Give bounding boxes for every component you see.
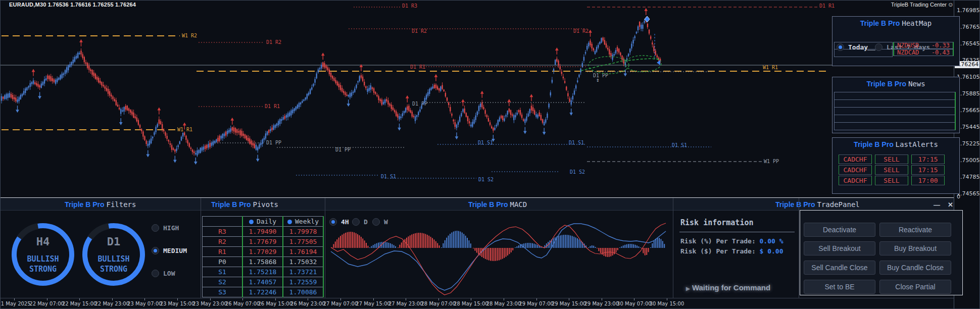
radio-dot-icon[interactable] [837, 43, 844, 51]
time-axis-tick [79, 298, 80, 300]
sell-signal-arrow-icon [119, 122, 123, 125]
pivot-row: R3 1.79490 1.79978 [203, 227, 324, 237]
sell-candle-close-button[interactable]: Sell Candle Close [804, 261, 875, 275]
panel-divider [799, 198, 799, 298]
radio-dot-icon[interactable] [875, 43, 883, 51]
radio-macd-d[interactable]: D [352, 218, 368, 226]
price-chart-canvas[interactable]: W1 R2W1 R1W1 R1D1 R2D1 R1D1 PPD1 PPD1 S1… [0, 0, 954, 197]
radio-medium[interactable]: MEDIUM [152, 247, 187, 254]
risk-title: Risk information [680, 218, 754, 227]
heatmap-row[interactable]: NZDCAD -0.43 [893, 49, 954, 56]
radio-dot-icon[interactable] [152, 224, 159, 232]
pivot-level-name: R1 [203, 247, 243, 257]
heatmap-symbol: NZDUSD [897, 42, 919, 49]
pivot-line-label: D1 R2 [412, 28, 427, 34]
close-partial-button[interactable]: Close Partial [879, 280, 951, 294]
time-axis-label: 22 May 15:00 [62, 301, 97, 306]
price-axis-label: 1.76105 [957, 74, 980, 80]
radio-today[interactable]: Today [837, 43, 868, 51]
radio-macd-4h[interactable]: 4H [329, 218, 349, 226]
pivot-row: R1 1.77029 1.76194 [203, 247, 324, 257]
radio-dot-icon[interactable] [152, 247, 159, 254]
trade-marker-icon[interactable] [645, 16, 650, 22]
sell-signal-arrow-icon [543, 132, 546, 135]
sell-breakout-button[interactable]: Sell Breakout [804, 241, 875, 255]
radio-dot-icon[interactable] [352, 218, 360, 226]
pivot-line-label: W1 PP [764, 159, 779, 164]
set-to-be-button[interactable]: Set to BE [804, 280, 875, 294]
pattern-ellipse [625, 56, 661, 72]
alert-direction: SELL [875, 176, 908, 185]
buy-signal-arrow-icon [157, 108, 161, 111]
alert-direction: SELL [875, 165, 908, 175]
sell-signal-arrow-icon [523, 131, 527, 134]
radio-low[interactable]: LOW [152, 270, 175, 277]
lastalerts-panel: Triple B Pro LastAlerts CADCHFSELL17:15C… [832, 137, 960, 194]
pivot-line-label: D1 S1 [672, 142, 687, 148]
pivot-line-label: D1 R1 [265, 104, 280, 109]
buy-breakout-button[interactable]: Buy Breakout [879, 241, 951, 255]
pivot-line-label: D1 PP [266, 140, 281, 145]
buy-candle-close-button[interactable]: Buy Candle Close [879, 261, 951, 275]
play-arrow-icon: ▶ [686, 286, 690, 291]
trading-terminal: W1 R2W1 R1W1 R1D1 R2D1 R1D1 PPD1 PPD1 S1… [0, 0, 980, 309]
radio-dot-icon[interactable] [152, 270, 159, 277]
macd-title: Triple B Pro MACD [468, 200, 527, 209]
sell-signal-arrow-icon [455, 136, 459, 139]
time-axis-label: 29 May 07:00 [519, 301, 554, 306]
buy-signal-arrow-icon [507, 99, 511, 102]
radio-dot-icon[interactable] [329, 218, 337, 226]
radio-label: W [384, 218, 388, 226]
sell-signal-arrow-icon [16, 110, 19, 113]
time-axis[interactable]: 21 May 202522 May 07:0022 May 15:0022 Ma… [0, 298, 954, 309]
subwindow-scale-label: 0 [957, 193, 960, 200]
radio-macd-w[interactable]: W [372, 218, 388, 226]
close-icon[interactable]: ✕ [948, 201, 953, 209]
pivot-col-weekly[interactable]: Weekly [283, 217, 323, 227]
alert-symbol: CADCHF [839, 165, 872, 175]
reactivate-button[interactable]: Reactivate [879, 223, 951, 237]
buy-signal-arrow-icon [589, 30, 592, 33]
time-axis-tick [504, 298, 504, 300]
pivot-weekly-value: 1.73721 [283, 267, 323, 277]
radio-label: Today [848, 43, 868, 51]
pivot-level-name: S2 [203, 277, 243, 287]
pivots-title: Triple B Pro Pivots [211, 200, 278, 209]
buy-signal-arrow-icon [530, 94, 533, 97]
time-axis-label: 28 May 23:00 [486, 301, 521, 306]
sell-signal-arrow-icon [569, 113, 573, 116]
buy-signal-arrow-icon [480, 91, 484, 94]
time-axis-label: 27 May 15:00 [356, 301, 390, 306]
radio-label: HIGH [163, 224, 179, 232]
time-axis-label: 23 May 07:00 [127, 301, 162, 306]
time-axis-label: 28 May 15:00 [454, 301, 488, 306]
radio-dot-icon[interactable] [372, 218, 380, 226]
alert-time: 17:15 [911, 154, 945, 164]
time-axis-tick [406, 298, 406, 300]
radio-high[interactable]: HIGH [152, 224, 179, 232]
radio-label: 4H [341, 218, 349, 226]
smiley-icon[interactable]: ☺ [948, 1, 954, 8]
heatmap-row[interactable]: NZDUSD -0.33 [893, 42, 954, 49]
sell-signal-arrow-icon [347, 104, 350, 107]
time-axis-label: 28 May 07:00 [421, 301, 456, 306]
time-axis-tick [275, 298, 276, 300]
sell-signal-arrow-icon [146, 154, 150, 158]
minimize-icon[interactable]: — [934, 201, 940, 209]
pivot-daily-value: 1.72246 [242, 287, 283, 297]
pivot-level-name: S3 [203, 287, 243, 297]
buy-signal-arrow-icon [406, 95, 409, 98]
pivot-line-label: D1 S2 [478, 177, 494, 182]
alert-symbol: CADCHF [839, 176, 872, 185]
pivot-line-label: D1 PP [335, 147, 351, 152]
pivot-daily-value: 1.79490 [242, 227, 283, 237]
time-axis-tick [634, 298, 634, 300]
buy-signal-arrow-icon [183, 122, 186, 125]
deactivate-button[interactable]: Deactivate [804, 223, 875, 237]
pivot-weekly-value: 1.70086 [283, 287, 323, 297]
time-axis-tick [47, 298, 47, 300]
pivot-col-daily[interactable]: Daily [242, 217, 283, 227]
news-row [834, 92, 956, 100]
risk-divider [679, 232, 795, 232]
trend-gauge-d1: D1BULLISHSTRONG [85, 226, 142, 283]
